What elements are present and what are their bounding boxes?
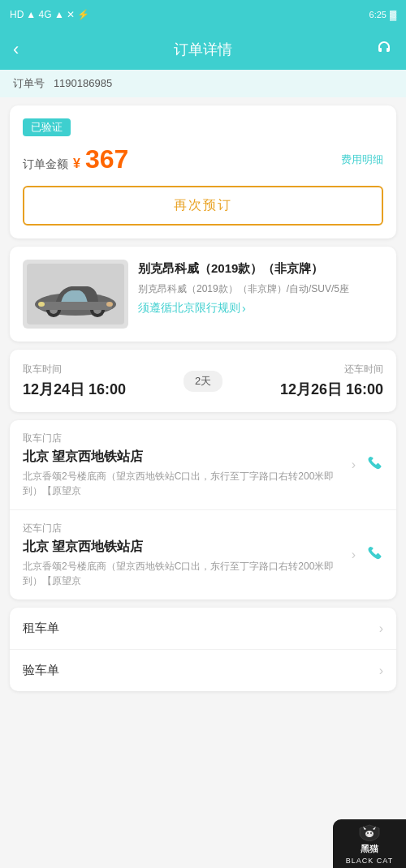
car-section: 别克昂科威（2019款）（非京牌） 别克昂科威（2019款）（非京牌）/自动/S… [10, 247, 396, 342]
rental-order-chevron: › [379, 621, 383, 636]
battery-icon: ▓ [390, 10, 396, 19]
rule-link-label: 须遵循北京限行规则 [138, 301, 240, 316]
return-phone-icon[interactable] [365, 544, 383, 566]
car-svg [27, 264, 124, 324]
order-amount-row: 订单金额 ¥ 367 费用明细 [23, 144, 383, 174]
return-store-item[interactable]: 还车门店 北京 望京西地铁站店 北京香颂2号楼底商（望京西地铁站C口出，东行至丁… [10, 510, 396, 599]
rental-order-link[interactable]: 租车单 › [10, 608, 396, 650]
blackcat-en-text: BLACK CAT [346, 857, 393, 865]
pickup-store-name: 北京 望京西地铁站店 [23, 449, 343, 466]
pickup-store-item[interactable]: 取车门店 北京 望京西地铁站店 北京香颂2号楼底商（望京西地铁站C口出，东行至丁… [10, 420, 396, 510]
pickup-label: 取车时间 [23, 363, 184, 376]
return-col: 还车时间 12月26日 16:00 [222, 363, 383, 399]
pickup-phone-icon[interactable] [365, 454, 383, 476]
return-store-addr: 北京香颂2号楼底商（望京西地铁站C口出，东行至丁字路口右转200米即到）【原望京 [23, 559, 343, 588]
time-display: 6:25 [369, 10, 387, 19]
signal-icon: ▲ 4G ▲ [26, 9, 63, 20]
inspection-order-chevron: › [379, 664, 383, 678]
bottom-links: 租车单 › 验车单 › [10, 608, 396, 691]
svg-point-9 [365, 831, 374, 837]
blackcat-watermark: 黑猫 BLACK CAT [333, 819, 406, 868]
amount-label: 订单金额 [23, 157, 68, 172]
store-group: 取车门店 北京 望京西地铁站店 北京香颂2号楼底商（望京西地铁站C口出，东行至丁… [10, 420, 396, 599]
return-chevron-icon: › [352, 548, 356, 562]
return-date: 12月26日 16:00 [222, 380, 383, 399]
status-bar: HD ▲ 4G ▲ ✕ ⚡ 6:25 ▓ [0, 0, 406, 29]
main-card: 已验证 订单金额 ¥ 367 费用明细 再次预订 [10, 105, 396, 238]
amount-value: 367 [85, 144, 128, 174]
inspection-order-link[interactable]: 验车单 › [10, 650, 396, 691]
pickup-store-addr: 北京香颂2号楼底商（望京西地铁站C口出，东行至丁字路口右转200米即到）【原望京 [23, 469, 343, 498]
blackcat-logo-icon [356, 823, 382, 841]
return-label: 还车时间 [222, 363, 383, 376]
rule-link-chevron: › [242, 302, 246, 315]
return-store-name: 北京 望京西地铁站店 [23, 539, 343, 556]
help-button[interactable] [375, 39, 393, 61]
rule-link[interactable]: 须遵循北京限行规则 › [138, 301, 383, 316]
misc-icon: ⚡ [77, 9, 89, 20]
headphone-icon [375, 39, 393, 57]
svg-point-7 [38, 302, 45, 307]
header: ‹ 订单详情 [0, 29, 406, 70]
svg-point-8 [106, 302, 113, 307]
pickup-chevron-icon: › [352, 458, 356, 472]
order-number-label: 订单号 [13, 77, 45, 89]
page-title: 订单详情 [174, 40, 232, 59]
verified-badge: 已验证 [23, 118, 71, 136]
svg-point-11 [370, 832, 372, 834]
pickup-date: 12月24日 16:00 [23, 380, 184, 399]
blackcat-cn-text: 黑猫 [361, 843, 378, 855]
status-right: 6:25 ▓ [369, 10, 396, 19]
wifi-icon: ✕ [67, 9, 75, 20]
date-row: 取车时间 12月24日 16:00 2天 还车时间 12月26日 16:00 [23, 363, 383, 399]
status-left: HD ▲ 4G ▲ ✕ ⚡ [10, 9, 89, 20]
pickup-store-right: › [352, 454, 383, 476]
carrier-label: HD [10, 9, 24, 20]
svg-point-10 [367, 832, 369, 834]
order-number-value: 1190186985 [54, 77, 112, 89]
return-store-left: 还车门店 北京 望京西地铁站店 北京香颂2号楼底商（望京西地铁站C口出，东行至丁… [23, 522, 352, 588]
car-name: 别克昂科威（2019款）（非京牌） [138, 260, 383, 277]
bottom-spacer [0, 699, 406, 748]
order-amount-left: 订单金额 ¥ 367 [23, 144, 128, 174]
rebook-button[interactable]: 再次预订 [23, 186, 383, 226]
inspection-order-label: 验车单 [23, 663, 59, 678]
car-image [23, 260, 128, 329]
date-section: 取车时间 12月24日 16:00 2天 还车时间 12月26日 16:00 [10, 350, 396, 412]
pickup-col: 取车时间 12月24日 16:00 [23, 363, 184, 399]
car-spec: 别克昂科威（2019款）（非京牌）/自动/SUV/5座 [138, 281, 383, 296]
fee-detail-link[interactable]: 费用明细 [341, 153, 383, 167]
order-number-bar: 订单号 1190186985 [0, 70, 406, 97]
car-info: 别克昂科威（2019款）（非京牌） 别克昂科威（2019款）（非京牌）/自动/S… [138, 260, 383, 329]
svg-rect-6 [39, 302, 112, 310]
pickup-store-type: 取车门店 [23, 432, 343, 445]
currency-symbol: ¥ [73, 157, 80, 171]
days-badge: 2天 [184, 371, 222, 392]
back-button[interactable]: ‹ [13, 39, 19, 60]
rental-order-label: 租车单 [23, 621, 59, 636]
return-store-type: 还车门店 [23, 522, 343, 535]
pickup-store-left: 取车门店 北京 望京西地铁站店 北京香颂2号楼底商（望京西地铁站C口出，东行至丁… [23, 432, 352, 498]
return-store-right: › [352, 544, 383, 566]
